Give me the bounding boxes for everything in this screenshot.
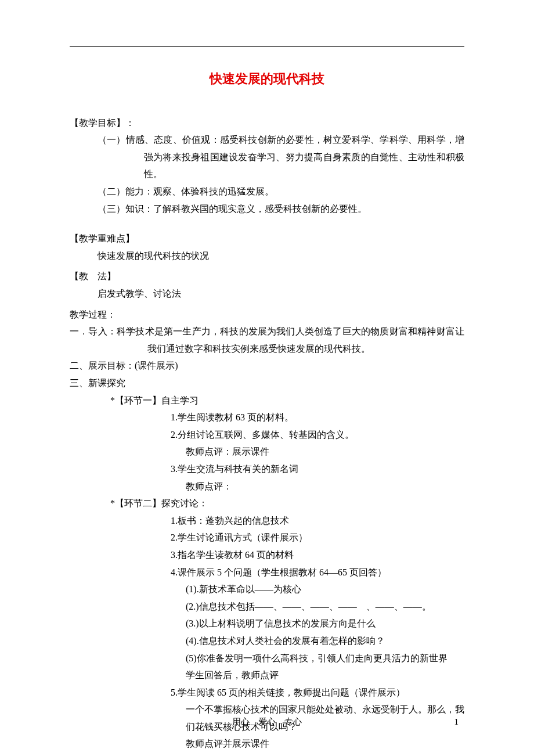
p2-1: 1.板书：蓬勃兴起的信息技术 (70, 512, 464, 530)
goal-2: （二）能力：观察、体验科技的迅猛发展。 (70, 183, 464, 200)
goals-heading: 【教学目标】： (70, 114, 464, 132)
method-heading: 【教 法】 (70, 268, 464, 285)
page-number: 1 (454, 714, 459, 730)
p2-5b: 教师点评并展示课件 (70, 735, 464, 753)
part1-heading: *【环节一】自主学习 (70, 392, 464, 409)
p2-4-1: (1).新技术革命以——为核心 (70, 581, 464, 598)
p1-2: 2.分组讨论互联网、多媒体、转基因的含义。 (70, 426, 464, 444)
p2-4-4: (4).信息技术对人类社会的发展有着怎样的影响？ (70, 632, 464, 650)
top-divider (70, 46, 464, 47)
p2-4-2: (2.)信息技术包括——、——、——、—— 、——、——。 (70, 598, 464, 615)
explore-heading: 三、新课探究 (70, 375, 464, 392)
part3-heading: *【环节三】师生互动 (70, 753, 464, 756)
p2-4-3: (3.)以上材料说明了信息技术的发展方向是什么 (70, 615, 464, 632)
difficulty-body: 快速发展的现代科技的状况 (70, 247, 464, 265)
show-target: 二、展示目标：(课件展示) (70, 357, 464, 375)
goal-1: （一）情感、态度、价值观：感受科技创新的必要性，树立爱科学、学科学、用科学，增强… (70, 131, 464, 183)
p1-3: 3.学生交流与科技有关的新名词 (70, 460, 464, 478)
p1-1: 1.学生阅读教材 63 页的材料。 (70, 409, 464, 426)
spacer (70, 217, 464, 226)
document-page: 快速发展的现代科技 【教学目标】： （一）情感、态度、价值观：感受科技创新的必要… (0, 0, 534, 756)
p2-3: 3.指名学生读教材 64 页的材料 (70, 546, 464, 564)
p1-2a: 教师点评：展示课件 (70, 443, 464, 460)
p2-4-5: (5)你准备发明一项什么高科技，引领人们走向更具活力的新世界 (70, 650, 464, 667)
goal-3: （三）知识：了解科教兴国的现实意义，感受科技创新的必要性。 (70, 200, 464, 218)
p2-2: 2.学生讨论通讯方式（课件展示） (70, 529, 464, 546)
intro-text: 一．导入：科学技术是第一生产力，科技的发展为我们人类创造了巨大的物质财富和精神财… (70, 323, 464, 357)
p2-5: 5.学生阅读 65 页的相关链接，教师提出问题（课件展示） (70, 684, 464, 701)
method-body: 启发式教学、讨论法 (70, 285, 464, 303)
part2-heading: *【环节二】探究讨论： (70, 495, 464, 512)
p1-3a: 教师点评： (70, 478, 464, 495)
difficulty-heading: 【教学重难点】 (70, 230, 464, 247)
process-heading: 教学过程： (70, 306, 464, 323)
p2-4: 4.课件展示 5 个问题（学生根据教材 64—65 页回答） (70, 564, 464, 581)
page-title: 快速发展的现代科技 (70, 67, 464, 91)
p2-4-6: 学生回答后，教师点评 (70, 667, 464, 684)
